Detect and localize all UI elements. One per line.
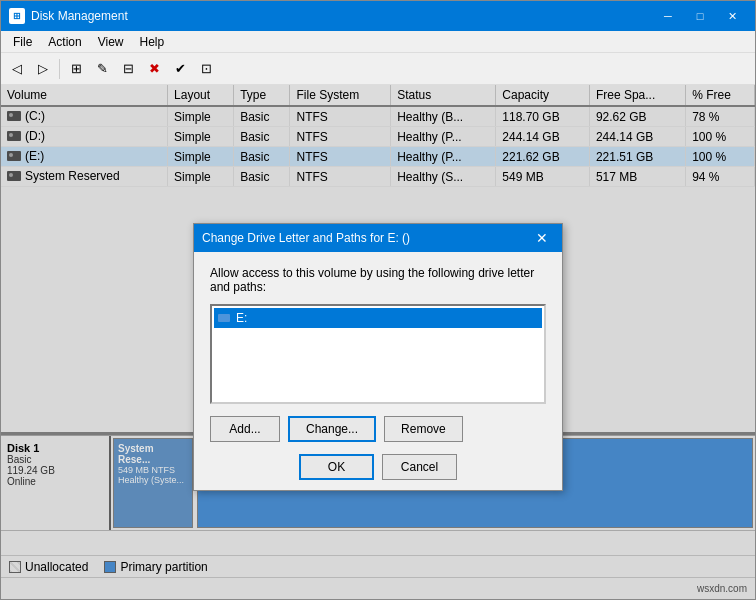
- toolbar-sep-1: [59, 59, 60, 79]
- dialog-listbox[interactable]: E:: [210, 304, 546, 404]
- close-button[interactable]: ✕: [717, 6, 747, 26]
- toolbar-btn-delete[interactable]: ✖: [142, 57, 166, 81]
- back-button[interactable]: ◁: [5, 57, 29, 81]
- dialog-title: Change Drive Letter and Paths for E: (): [202, 231, 410, 245]
- toolbar-btn-4[interactable]: ✎: [90, 57, 114, 81]
- menu-bar: File Action View Help: [1, 31, 755, 53]
- menu-file[interactable]: File: [5, 33, 40, 51]
- dialog-overlay: Change Drive Letter and Paths for E: () …: [1, 85, 755, 599]
- dialog-ok-cancel: OK Cancel: [210, 454, 546, 480]
- maximize-button[interactable]: □: [685, 6, 715, 26]
- toolbar: ◁ ▷ ⊞ ✎ ⊟ ✖ ✔ ⊡: [1, 53, 755, 85]
- toolbar-btn-5[interactable]: ⊟: [116, 57, 140, 81]
- cancel-button[interactable]: Cancel: [382, 454, 457, 480]
- menu-action[interactable]: Action: [40, 33, 89, 51]
- toolbar-btn-3[interactable]: ⊞: [64, 57, 88, 81]
- dialog-action-buttons: Add... Change... Remove: [210, 416, 546, 442]
- dialog-close-button[interactable]: ✕: [530, 228, 554, 248]
- small-hdd-icon: [218, 314, 230, 322]
- change-drive-dialog: Change Drive Letter and Paths for E: () …: [193, 223, 563, 491]
- menu-view[interactable]: View: [90, 33, 132, 51]
- remove-button[interactable]: Remove: [384, 416, 463, 442]
- forward-button[interactable]: ▷: [31, 57, 55, 81]
- dialog-description: Allow access to this volume by using the…: [210, 266, 546, 294]
- dialog-title-bar: Change Drive Letter and Paths for E: () …: [194, 224, 562, 252]
- app-icon: ⊞: [9, 8, 25, 24]
- dialog-content: Allow access to this volume by using the…: [194, 252, 562, 490]
- toolbar-btn-8[interactable]: ⊡: [194, 57, 218, 81]
- window-title: Disk Management: [31, 9, 128, 23]
- minimize-button[interactable]: ─: [653, 6, 683, 26]
- toolbar-btn-7[interactable]: ✔: [168, 57, 192, 81]
- dialog-list-item-e[interactable]: E:: [214, 308, 542, 328]
- list-item-label: E:: [236, 311, 247, 325]
- content-area: Volume Layout Type File System Status Ca…: [1, 85, 755, 599]
- main-window: ⊞ Disk Management ─ □ ✕ File Action View…: [0, 0, 756, 600]
- ok-button[interactable]: OK: [299, 454, 374, 480]
- title-bar-left: ⊞ Disk Management: [9, 8, 128, 24]
- window-controls: ─ □ ✕: [653, 6, 747, 26]
- menu-help[interactable]: Help: [132, 33, 173, 51]
- change-button[interactable]: Change...: [288, 416, 376, 442]
- title-bar: ⊞ Disk Management ─ □ ✕: [1, 1, 755, 31]
- add-button[interactable]: Add...: [210, 416, 280, 442]
